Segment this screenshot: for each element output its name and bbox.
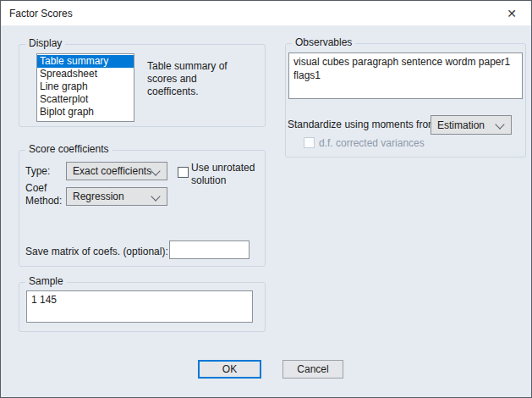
type-dropdown[interactable]: Exact coefficients [66, 162, 167, 180]
sample-group-label: Sample [25, 275, 67, 287]
cancel-button-label: Cancel [297, 363, 328, 375]
save-matrix-input[interactable] [169, 240, 250, 259]
use-unrotated-label[interactable]: Use unrotated solution [191, 162, 266, 187]
chevron-down-icon [151, 191, 160, 201]
list-item-spreadsheet[interactable]: Spreadsheet [37, 68, 134, 80]
title-bar: Factor Scores ✕ [1, 1, 531, 25]
score-coefficients-group: Score coefficients Type: Exact coefficie… [19, 150, 266, 267]
chevron-down-icon [151, 166, 160, 175]
observables-group: Observables visual cubes paragraph sente… [285, 43, 526, 158]
score-coefficients-group-label: Score coefficients [25, 143, 112, 155]
cancel-button[interactable]: Cancel [282, 360, 343, 379]
close-button[interactable]: ✕ [492, 1, 531, 25]
list-item-line-graph[interactable]: Line graph [37, 80, 134, 93]
display-listbox[interactable]: Table summary Spreadsheet Line graph Sca… [36, 53, 134, 122]
ok-button[interactable]: OK [198, 360, 261, 379]
list-item-biplot-graph[interactable]: Biplot graph [37, 106, 134, 119]
sample-group: Sample 1 145 [19, 282, 266, 332]
standardize-label: Standardize using moments from: [288, 119, 440, 131]
coef-method-dropdown[interactable]: Regression [66, 187, 167, 206]
observables-group-label: Observables [292, 36, 355, 48]
type-label: Type: [25, 165, 50, 178]
standardize-dropdown[interactable]: Estimation [431, 115, 512, 135]
chevron-down-icon [495, 119, 504, 129]
observables-input[interactable]: visual cubes paragraph sentence wordm pa… [288, 53, 523, 99]
dialog-title: Factor Scores [9, 8, 73, 19]
factor-scores-dialog: Factor Scores ✕ Display Table summary Sp… [0, 0, 532, 398]
display-description: Table summary of scores and coefficents. [147, 60, 247, 98]
list-item-table-summary[interactable]: Table summary [37, 55, 134, 68]
df-corrected-checkbox [304, 137, 315, 148]
df-corrected-label: d.f. corrected variances [319, 137, 425, 150]
type-dropdown-value: Exact coefficients [73, 165, 151, 177]
display-group: Display Table summary Spreadsheet Line g… [19, 44, 266, 127]
close-icon: ✕ [507, 7, 517, 20]
standardize-dropdown-value: Estimation [437, 119, 485, 131]
coef-method-dropdown-value: Regression [73, 191, 124, 202]
save-matrix-label: Save matrix of coefs. (optional): [25, 246, 168, 258]
display-group-label: Display [25, 37, 65, 49]
coef-method-label: Coef Method: [25, 182, 64, 207]
ok-button-label: OK [222, 363, 237, 375]
sample-input[interactable]: 1 145 [26, 290, 253, 323]
use-unrotated-checkbox[interactable] [178, 167, 189, 178]
list-item-scatterplot[interactable]: Scatterplot [37, 93, 134, 106]
